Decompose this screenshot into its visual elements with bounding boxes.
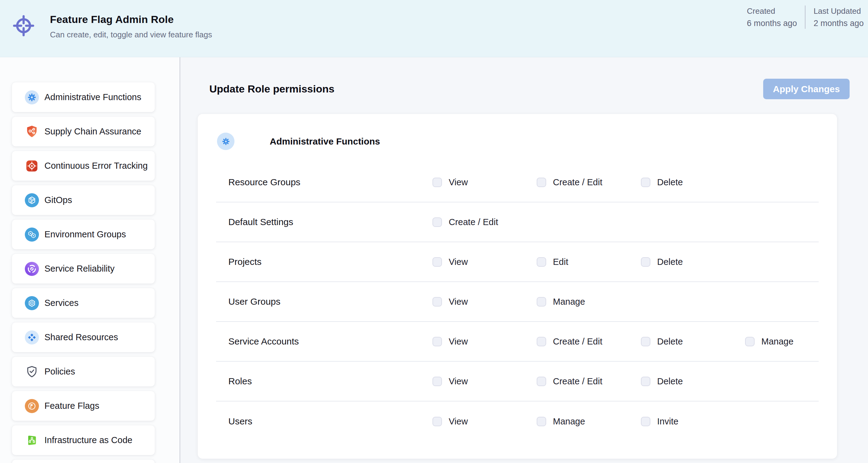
permission-option: Create / Edit [537,376,641,387]
created-meta: Created 6 months ago [747,5,797,29]
permission-option: Manage [537,417,641,427]
permission-slots: ViewCreate / EditDelete [432,177,745,188]
sidebar-item-partial[interactable] [12,460,155,463]
resource-name: Service Accounts [216,336,432,346]
permission-option: Edit [537,257,641,267]
sidebar-item-infrastructure-as-code[interactable]: Infrastructure as Code [12,425,155,455]
sidebar-item-label: Policies [44,367,75,377]
permission-checkbox[interactable] [432,218,442,227]
permission-label: View [449,297,468,307]
permission-row: Resource Groups ViewCreate / EditDelete [216,163,819,202]
permission-row: User Groups ViewManage [216,282,819,322]
sidebar-item-environment-groups[interactable]: Environment Groups [12,220,155,249]
permission-checkbox[interactable] [537,377,546,386]
permission-checkbox[interactable] [537,177,546,187]
sidebar-item-label: Services [44,298,79,308]
resource-name: User Groups [216,296,432,307]
permission-label: Create / Edit [553,336,602,346]
permission-checkbox[interactable] [432,177,442,187]
shield-check-icon [25,365,39,379]
permission-option: Delete [641,376,745,387]
permission-option: View [432,257,537,267]
permission-checkbox[interactable] [432,417,442,426]
permission-slots: ViewCreate / EditDelete [432,376,745,387]
permission-row: Roles ViewCreate / EditDelete [216,362,819,401]
permission-checkbox[interactable] [537,257,546,267]
resource-name: Default Settings [216,217,432,227]
sidebar-item-supply-chain-assurance[interactable]: Supply Chain Assurance [12,117,155,146]
sidebar-item-label: Environment Groups [44,229,126,239]
permission-checkbox[interactable] [432,337,442,346]
sidebar-item-service-reliability[interactable]: Service Reliability [12,254,155,284]
permission-option: View [432,177,537,188]
permission-label: Create / Edit [553,376,602,387]
page-subtitle: Can create, edit, toggle and view featur… [50,30,212,39]
git-hexagon-icon [25,193,39,207]
permission-checkbox[interactable] [537,297,546,306]
sidebar-item-policies[interactable]: Policies [12,357,155,387]
sidebar-item-label: Supply Chain Assurance [44,127,141,137]
service-hexagon-icon [25,296,39,310]
role-target-icon [12,14,35,38]
permission-checkbox[interactable] [745,337,754,346]
permission-label: View [449,257,468,267]
permission-label: Invite [657,417,678,427]
permission-checkbox[interactable] [641,417,650,426]
permission-option: View [432,376,537,387]
permission-checkbox[interactable] [432,377,442,386]
permission-checkbox[interactable] [641,377,650,386]
permission-slots: ViewEditDelete [432,257,745,267]
permission-checkbox[interactable] [537,417,546,426]
page-header: Feature Flag Admin Role Can create, edit… [0,0,868,57]
sidebar-item-label: Service Reliability [44,264,115,274]
permission-label: Create / Edit [449,217,498,227]
sidebar-item-services[interactable]: Services [12,288,155,318]
flag-circle-icon [25,399,39,413]
resource-name: Roles [216,376,432,387]
permission-option: Create / Edit [432,217,537,227]
permission-label: Delete [657,336,683,346]
permission-checkbox[interactable] [432,257,442,267]
permission-option: Invite [641,417,745,427]
permission-checkbox[interactable] [641,257,650,267]
apply-changes-button[interactable]: Apply Changes [763,79,849,99]
sidebar-item-label: Feature Flags [44,401,99,411]
sidebar-item-label: GitOps [44,195,72,205]
permission-checkbox[interactable] [641,337,650,346]
permission-checkbox[interactable] [537,337,546,346]
target-square-icon [25,159,39,173]
permission-option: Create / Edit [537,177,641,188]
permission-option: Delete [641,336,745,346]
permission-label: View [449,336,468,346]
permissions-card: Administrative Functions Resource Groups… [198,114,837,459]
permission-option: View [432,297,537,307]
sidebar-item-administrative-functions[interactable]: Administrative Functions [12,82,155,112]
main-content: Update Role permissions Apply Changes [180,57,868,463]
permission-checkbox[interactable] [641,177,650,187]
sidebar-item-shared-resources[interactable]: Shared Resources [12,323,155,352]
section-icon-circle [217,133,235,150]
created-value: 6 months ago [747,17,797,29]
reliability-check-icon [25,262,39,276]
resource-name: Users [216,416,432,427]
diamonds-icon [25,330,39,344]
sidebar-item-continuous-error-tracking[interactable]: Continuous Error Tracking [12,151,155,181]
permission-slots: ViewManage [432,297,641,307]
permission-label: Manage [761,336,794,346]
permission-option: View [432,336,537,346]
permission-label: View [449,417,468,427]
resource-category-sidebar: Administrative Functions Supply Chain As… [0,57,180,463]
permission-label: Delete [657,257,683,267]
last-updated-meta: Last Updated 2 months ago [813,5,864,29]
sidebar-item-feature-flags[interactable]: Feature Flags [12,391,155,421]
gear-icon [25,90,39,104]
page-title: Feature Flag Admin Role [50,13,212,25]
sidebar-item-label: Continuous Error Tracking [44,161,148,171]
permission-option: Manage [745,336,837,346]
permission-row: Projects ViewEditDelete [216,242,819,282]
permission-slots: Create / Edit [432,217,537,227]
sidebar-item-gitops[interactable]: GitOps [12,185,155,215]
section-title: Administrative Functions [270,136,380,147]
permission-checkbox[interactable] [432,297,442,306]
permission-option: Delete [641,257,745,267]
